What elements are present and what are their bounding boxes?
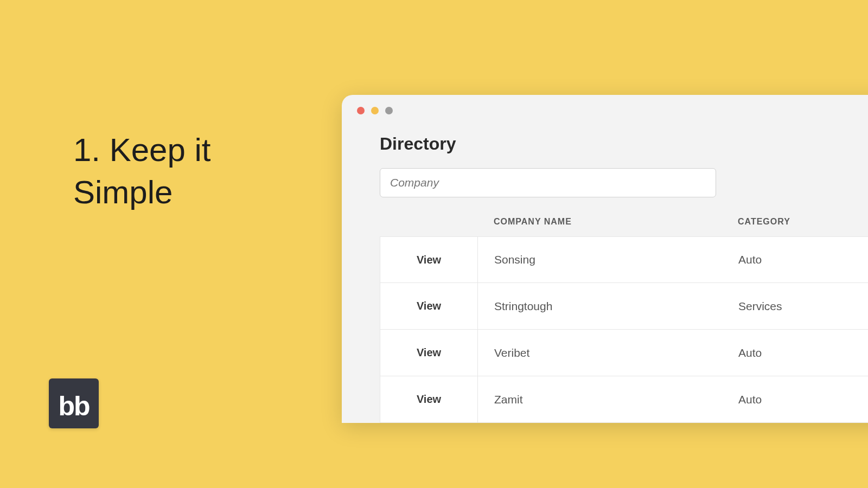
table-cell-company: Sonsing (478, 253, 738, 266)
brand-logo-text: bb (58, 393, 89, 420)
view-button[interactable]: View (417, 346, 441, 359)
window-controls (342, 95, 868, 123)
window-minimize-icon[interactable] (371, 107, 379, 114)
view-button[interactable]: View (417, 393, 441, 406)
window-maximize-icon[interactable] (385, 107, 393, 114)
table-row: View Zamit Auto (380, 376, 868, 423)
view-button[interactable]: View (417, 300, 441, 312)
table-row: View Stringtough Services (380, 283, 868, 330)
table-cell-category: Auto (738, 253, 762, 266)
page-title: Directory (380, 134, 868, 154)
table-header-category: CATEGORY (738, 217, 790, 227)
directory-panel: Directory COMPANY NAME CATEGORY View Son… (342, 123, 868, 423)
company-search-input[interactable] (380, 168, 716, 197)
table-row: View Sonsing Auto (380, 236, 868, 283)
table-header-action (380, 217, 477, 227)
table-cell-action: View (380, 376, 478, 422)
window-close-icon[interactable] (357, 107, 365, 114)
directory-table: COMPANY NAME CATEGORY View Sonsing Auto … (380, 217, 868, 423)
table-cell-action: View (380, 237, 478, 282)
table-cell-company: Veribet (478, 346, 738, 359)
slide-title: 1. Keep it Simple (73, 129, 279, 214)
table-row: View Veribet Auto (380, 330, 868, 376)
table-cell-company: Zamit (478, 393, 738, 406)
table-cell-category: Services (738, 300, 782, 313)
table-header-company: COMPANY NAME (477, 217, 738, 227)
table-header-row: COMPANY NAME CATEGORY (380, 217, 868, 236)
table-cell-action: View (380, 283, 478, 329)
brand-logo: bb (49, 378, 99, 428)
table-cell-category: Auto (738, 393, 762, 406)
table-cell-action: View (380, 330, 478, 376)
table-cell-company: Stringtough (478, 300, 738, 313)
view-button[interactable]: View (417, 254, 441, 266)
table-cell-category: Auto (738, 346, 762, 359)
table-body: View Sonsing Auto View Stringtough Servi… (380, 236, 868, 423)
app-window: Directory COMPANY NAME CATEGORY View Son… (342, 95, 868, 423)
